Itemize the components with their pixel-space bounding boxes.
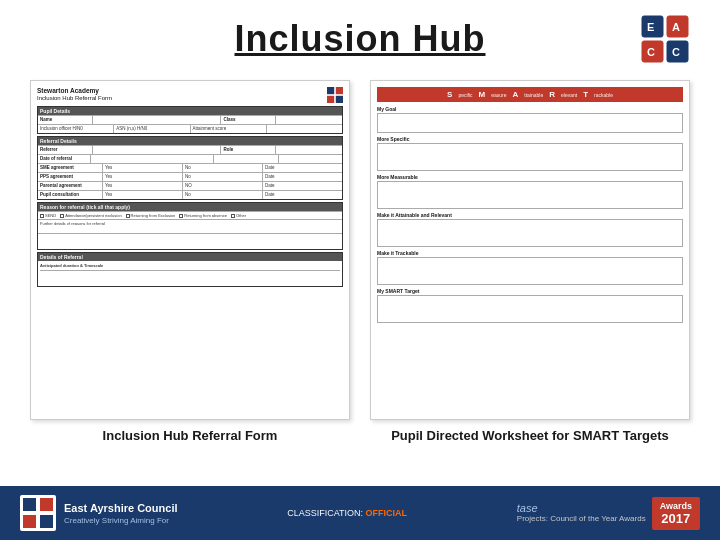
reason-returning-excl: Returning from Exclusion: [126, 213, 176, 218]
tase-label: tase: [517, 502, 646, 514]
more-specific-label: More Specific: [377, 136, 683, 142]
attainable-section: Make it Attainable and Relevant: [377, 212, 683, 247]
svg-text:E: E: [647, 21, 654, 33]
trackable-section: Make it Trackable: [377, 250, 683, 285]
form-title-text: Inclusion Hub Referral Form: [37, 95, 112, 101]
pps-label: PPS agreement: [38, 173, 103, 181]
details-section: Details of Referral Anticipated duration…: [37, 252, 343, 287]
form-header-row: Stewarton Academy Inclusion Hub Referral…: [37, 87, 343, 104]
svg-text:C: C: [672, 46, 680, 58]
more-specific-section: More Specific: [377, 136, 683, 171]
trackable-box: [377, 257, 683, 285]
pps-date: Date: [263, 173, 342, 181]
caption-left: Inclusion Hub Referral Form: [30, 426, 350, 444]
other-checkbox: [231, 214, 235, 218]
svg-rect-11: [336, 96, 343, 103]
pupil-details-section: Pupil Details Name Class Inclusion offic…: [37, 106, 343, 134]
send-checkbox: [40, 214, 44, 218]
referrer-value: [93, 146, 222, 154]
smart-r: R: [549, 90, 555, 99]
referral-form-doc: Stewarton Academy Inclusion Hub Referral…: [30, 80, 350, 420]
trackable-label: Make it Trackable: [377, 250, 683, 256]
date-value: [91, 155, 215, 163]
reason-send: SEND: [40, 213, 56, 218]
my-goal-box: [377, 113, 683, 133]
smart-target-box: [377, 295, 683, 323]
more-specific-box: [377, 143, 683, 171]
date-row: Date of referral: [38, 154, 342, 163]
attainment-label: Attainment score: [191, 125, 267, 133]
pps-no: No: [183, 173, 263, 181]
awards-year: 2017: [660, 511, 692, 526]
footer-award-info: tase Projects: Council of the Year Award…: [517, 502, 646, 524]
smart-t: T: [583, 90, 588, 99]
returning-excl-label: Returning from Exclusion: [131, 213, 176, 218]
referrer-label: Referrer: [38, 146, 93, 154]
pupil-details-header: Pupil Details: [38, 107, 342, 115]
page-header: Inclusion Hub E A C C: [0, 0, 720, 70]
sme-date: Date: [263, 164, 342, 172]
svg-rect-15: [40, 515, 53, 528]
my-goal-section: My Goal: [377, 106, 683, 133]
pupil-row-2: Inclusion officer H/N0 ASN (n,s) H/N0 At…: [38, 124, 342, 133]
reasons-row: SEND Attendance/persistent exclusion Ret…: [38, 211, 342, 219]
parental-yes: Yes: [103, 182, 183, 190]
referral-details-section: Referral Details Referrer Role Date of r…: [37, 136, 343, 200]
sme-no: No: [183, 164, 263, 172]
referral-details-header: Referral Details: [38, 137, 342, 145]
date-empty2: [279, 155, 342, 163]
svg-rect-14: [23, 515, 36, 528]
footer-logo: [20, 495, 56, 531]
pupil-consult-yes: Yes: [103, 191, 183, 199]
smart-trackable: rackable: [594, 92, 613, 98]
further-details: Further details of reasons for referral: [38, 219, 342, 233]
smart-relevant: elevant: [561, 92, 577, 98]
reason-attendance: Attendance/persistent exclusion: [60, 213, 121, 218]
details-value: [40, 270, 340, 284]
pps-row: PPS agreement Yes No Date: [38, 172, 342, 181]
returning-abs-checkbox: [179, 214, 183, 218]
smart-header: S pecific M easure A ttainable R elevant…: [377, 87, 683, 102]
svg-rect-10: [327, 96, 334, 103]
svg-text:C: C: [647, 46, 655, 58]
smart-target-section: My SMART Target: [377, 288, 683, 323]
more-measurable-box: [377, 181, 683, 209]
smart-s: S: [447, 90, 452, 99]
inclusion-label: Inclusion officer H/N0: [38, 125, 114, 133]
attendance-label: Attendance/persistent exclusion: [65, 213, 121, 218]
form-logo: [327, 87, 343, 103]
role-label: Role: [221, 146, 276, 154]
pupil-consult-row: Pupil consultation Yes No Date: [38, 190, 342, 199]
other-label: Other: [236, 213, 246, 218]
reason-other: Other: [231, 213, 246, 218]
page-title: Inclusion Hub: [235, 18, 486, 60]
further-details-label: Further details of reasons for referral: [40, 221, 105, 226]
pupil-consult-no: No: [183, 191, 263, 199]
name-label: Name: [38, 116, 93, 124]
award-label: Projects: Council of the Year Awards: [517, 514, 646, 524]
details-content: Anticipated duration & Timescale: [38, 261, 342, 286]
awards-year-box: Awards 2017: [652, 497, 700, 530]
footer-org-sub: Creatively Striving Aiming For: [64, 516, 178, 525]
details-header: Details of Referral: [38, 253, 342, 261]
pupil-row-1: Name Class: [38, 115, 342, 124]
classification-label: CLASSIFICATION:: [287, 508, 363, 518]
more-measurable-section: More Measurable: [377, 174, 683, 209]
attainment-value: [267, 125, 342, 133]
pps-yes: Yes: [103, 173, 183, 181]
referrer-row: Referrer Role: [38, 145, 342, 154]
attainable-label: Make it Attainable and Relevant: [377, 212, 683, 218]
parental-no: NO: [183, 182, 263, 190]
class-label: Class: [221, 116, 276, 124]
date-label: Date of referral: [38, 155, 91, 163]
svg-rect-9: [336, 87, 343, 94]
my-goal-label: My Goal: [377, 106, 683, 112]
footer: East Ayrshire Council Creatively Strivin…: [0, 486, 720, 540]
reason-section: Reason for referral (tick all that apply…: [37, 202, 343, 250]
caption-left-text: Inclusion Hub Referral Form: [103, 428, 278, 443]
reason-header: Reason for referral (tick all that apply…: [38, 203, 342, 211]
pupil-consult-label: Pupil consultation: [38, 191, 103, 199]
form-school-name: Stewarton Academy: [37, 87, 112, 94]
form-school-info: Stewarton Academy Inclusion Hub Referral…: [37, 87, 112, 104]
smart-m: M: [479, 90, 486, 99]
